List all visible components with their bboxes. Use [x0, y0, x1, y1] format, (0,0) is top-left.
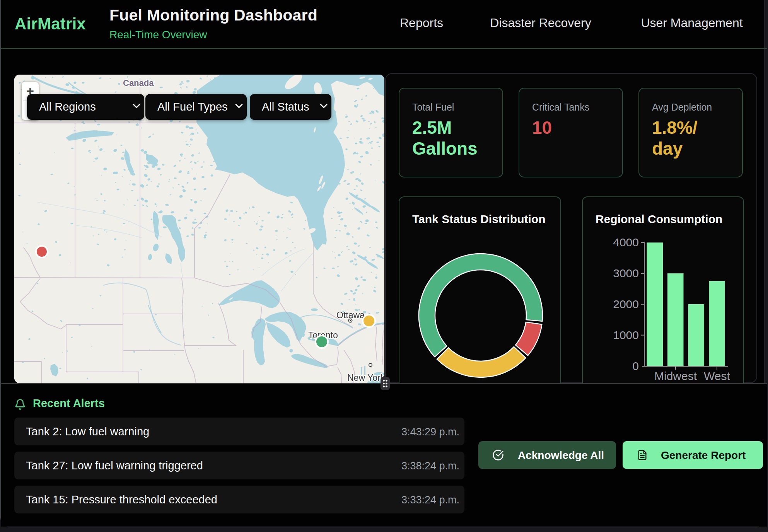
svg-text:4000: 4000 [613, 236, 639, 249]
svg-text:1000: 1000 [613, 329, 639, 341]
svg-text:0: 0 [632, 360, 639, 372]
svg-text:West: West [704, 370, 730, 382]
svg-text:2000: 2000 [613, 298, 639, 310]
svg-text:Midwest: Midwest [654, 370, 697, 382]
svg-text:3000: 3000 [613, 267, 639, 280]
svg-text:Canada: Canada [123, 78, 154, 88]
svg-text:New York: New York [347, 373, 384, 383]
